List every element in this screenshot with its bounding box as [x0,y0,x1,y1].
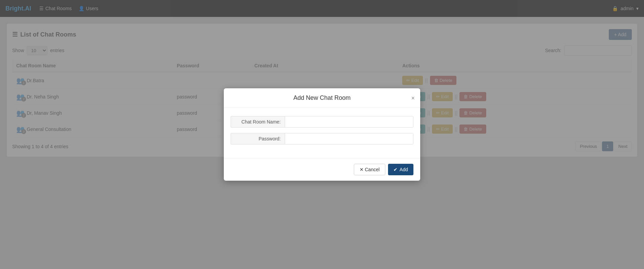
modal-header: Add New Chat Room × [224,88,420,108]
room-name-input[interactable] [285,116,413,128]
room-name-group: Chat Room Name: [231,116,413,128]
password-group: Password: [231,133,413,144]
password-label: Password: [231,133,285,144]
password-input[interactable] [285,133,413,144]
add-chat-room-modal: Add New Chat Room × Chat Room Name: Pass… [224,88,420,163]
modal-footer: ✕ Cancel ✔ Add [224,158,420,163]
modal-body: Chat Room Name: Password: [224,108,420,158]
room-name-label: Chat Room Name: [231,116,285,128]
modal-close-button[interactable]: × [411,94,415,102]
modal-title: Add New Chat Room [293,94,350,102]
modal-overlay: Add New Chat Room × Chat Room Name: Pass… [0,0,644,163]
